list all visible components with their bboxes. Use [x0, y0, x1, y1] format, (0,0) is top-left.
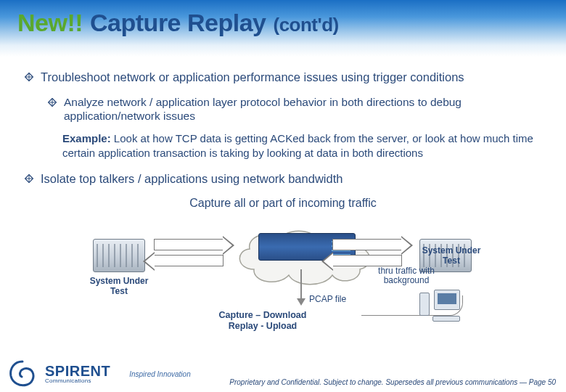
capture-replay-line2: Replay - Upload [229, 321, 297, 331]
title-main: Capture Replay [90, 9, 266, 37]
pcap-label: PCAP file [309, 294, 346, 304]
content-area: Troubleshoot network or application perf… [0, 57, 566, 330]
sut-right-label: System Under Test [421, 246, 482, 266]
down-arrow-icon [300, 269, 302, 300]
header-band: New!! Capture Replay (cont'd) [0, 0, 566, 57]
sut-left-label: System Under Test [86, 277, 152, 297]
diamond-bullet-icon [25, 174, 33, 183]
arrow-left-icon [154, 255, 223, 266]
footer: SPIRENT Communications Inspired Innovati… [0, 350, 566, 392]
brand-name: SPIRENT [45, 364, 110, 378]
brand-logo: SPIRENT Communications Inspired Innovati… [7, 359, 191, 389]
bullet-text: Troubleshoot network or application perf… [41, 70, 464, 85]
brand-sub: Communications [45, 378, 110, 384]
arrow-right-icon [332, 239, 402, 250]
diamond-bullet-icon [25, 73, 33, 81]
example-block: Example: Look at how TCP data is getting… [62, 131, 541, 160]
swirl-icon [7, 359, 38, 389]
title-contd: (cont'd) [273, 14, 338, 36]
diagram: System Under Test System Under Test thru… [25, 214, 541, 330]
footer-legal: Proprietary and Confidential. Subject to… [229, 378, 556, 386]
example-label: Example: [62, 132, 111, 144]
diagram-caption: Capture all or part of incoming traffic [25, 197, 541, 210]
diamond-bullet-icon [48, 98, 57, 107]
bullet-level1: Isolate top talkers / applications using… [25, 171, 541, 187]
capture-replay-label: Capture – Download Replay - Upload [205, 310, 321, 332]
title-new-tag: New!! [17, 9, 83, 37]
brand-text: SPIRENT Communications [45, 364, 110, 384]
capture-replay-line1: Capture – Download [219, 310, 307, 320]
computer-icon [419, 290, 460, 322]
bullet-level1: Troubleshoot network or application perf… [25, 70, 541, 85]
arrow-right-icon [154, 239, 223, 250]
system-under-test-left-icon [93, 239, 145, 272]
brand-tagline: Inspired Innovation [129, 370, 191, 378]
bullet-level2: Analyze network / application layer prot… [48, 95, 541, 123]
bullet-text: Isolate top talkers / applications using… [41, 171, 343, 187]
example-text: Look at how TCP data is getting ACKed ba… [62, 132, 533, 159]
arrow-left-icon [332, 255, 402, 266]
thru-traffic-label: thru traffic with background [367, 266, 446, 285]
bullet-text: Analyze network / application layer prot… [64, 95, 541, 123]
arrows-left [154, 239, 223, 271]
slide-title: New!! Capture Replay (cont'd) [17, 9, 339, 37]
